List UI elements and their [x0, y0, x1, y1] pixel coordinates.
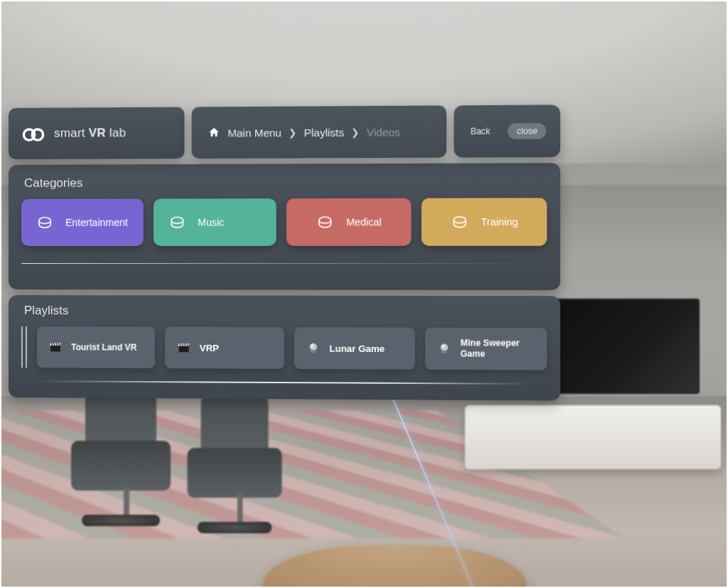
- brand-name: smart VR lab: [54, 126, 126, 141]
- svg-point-7: [311, 344, 313, 347]
- category-label: Medical: [346, 216, 382, 228]
- breadcrumb-home-label: Main Menu: [228, 127, 282, 139]
- playlist-mine-sweeper-game[interactable]: Mine SweeperGame: [425, 328, 547, 370]
- clapper-icon: [48, 340, 63, 354]
- svg-point-9: [441, 345, 444, 348]
- window-actions: Back close: [454, 105, 560, 157]
- brand-card[interactable]: smart VR lab: [9, 107, 184, 159]
- playlists-title: Playlists: [24, 304, 544, 319]
- breadcrumb-item-videos[interactable]: Videos: [367, 126, 400, 138]
- svg-point-8: [441, 344, 448, 351]
- breadcrumb-item-playlists[interactable]: Playlists ❯: [304, 126, 360, 139]
- breadcrumb: Main Menu ❯ Playlists ❯ Videos: [192, 105, 446, 159]
- breadcrumb-item-label: Videos: [367, 126, 400, 138]
- breadcrumb-home[interactable]: Main Menu ❯: [228, 126, 296, 139]
- orb-icon: [306, 341, 320, 355]
- scroll-handle-left[interactable]: [21, 326, 27, 368]
- home-icon: [208, 126, 220, 139]
- svg-point-6: [310, 343, 317, 351]
- categories-section: Categories Entertainment Music Medical T…: [9, 163, 560, 290]
- chevron-right-icon: ❯: [289, 127, 296, 137]
- svg-rect-3: [50, 346, 61, 352]
- category-label: Entertainment: [65, 217, 128, 228]
- breadcrumb-item-label: Playlists: [304, 126, 344, 138]
- brand-logo-icon: [21, 122, 46, 146]
- close-button[interactable]: close: [508, 123, 546, 139]
- clapper-icon: [176, 341, 191, 355]
- section-divider: [36, 380, 532, 385]
- category-music[interactable]: Music: [153, 198, 276, 246]
- playlist-label: Tourist Land VR: [71, 342, 136, 353]
- chevron-right-icon: ❯: [351, 127, 359, 137]
- vr-menu-panel: smart VR lab Main Menu ❯ Playlists ❯ Vid…: [9, 105, 560, 400]
- category-icon: [36, 215, 54, 230]
- category-icon: [168, 215, 186, 230]
- categories-title: Categories: [24, 175, 544, 191]
- section-divider: [21, 263, 547, 264]
- svg-rect-5: [178, 346, 189, 352]
- category-label: Training: [481, 216, 518, 228]
- playlists-section: Playlists Tourist Land VR VRP Lunar Game: [9, 295, 560, 401]
- category-training[interactable]: Training: [421, 198, 547, 246]
- back-button[interactable]: Back: [468, 123, 493, 139]
- playlist-lunar-game[interactable]: Lunar Game: [294, 327, 414, 369]
- category-medical[interactable]: Medical: [287, 198, 411, 246]
- category-icon: [316, 214, 335, 230]
- category-entertainment[interactable]: Entertainment: [21, 199, 143, 246]
- playlist-label: Lunar Game: [329, 343, 385, 354]
- playlist-label: Mine SweeperGame: [461, 338, 520, 360]
- category-label: Music: [198, 217, 224, 228]
- orb-icon: [437, 341, 452, 356]
- category-icon: [450, 214, 469, 230]
- playlist-vrp[interactable]: VRP: [165, 327, 284, 369]
- playlist-tourist-land-vr[interactable]: Tourist Land VR: [37, 326, 155, 368]
- playlist-label: VRP: [200, 342, 219, 353]
